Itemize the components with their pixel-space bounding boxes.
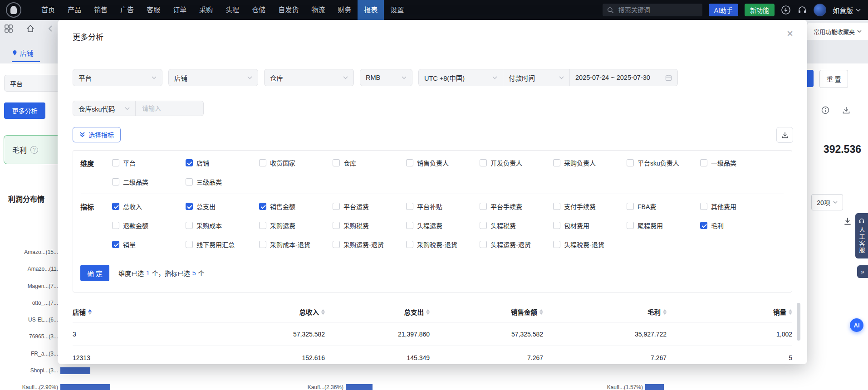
checkbox-checked-icon[interactable]	[259, 203, 266, 210]
checkbox-checked-icon[interactable]	[700, 222, 707, 229]
download-circle-icon[interactable]	[781, 5, 791, 15]
checkbox-item[interactable]: 毛利	[700, 221, 774, 230]
checkbox-icon[interactable]	[627, 222, 634, 229]
store-select[interactable]: 店铺	[168, 69, 258, 86]
nav-item[interactable]: 设置	[384, 0, 410, 20]
checkbox-item[interactable]: 其他费用	[700, 202, 774, 211]
nav-item[interactable]: 报表	[358, 0, 384, 20]
nav-item[interactable]: 订单	[167, 0, 193, 20]
checkbox-icon[interactable]	[700, 159, 707, 166]
checkbox-item[interactable]: 采购负责人	[553, 158, 627, 167]
checkbox-icon[interactable]	[186, 222, 193, 229]
column-header[interactable]: 总收入	[186, 307, 325, 317]
platform-select[interactable]: 平台	[73, 69, 162, 86]
checkbox-item[interactable]: 采购运费-退货	[333, 240, 406, 249]
page-size-select[interactable]: 20项	[811, 194, 843, 210]
nav-item[interactable]: 产品	[61, 0, 88, 20]
nav-item[interactable]: 仓储	[245, 0, 272, 20]
checkbox-item[interactable]: 三级品类	[186, 177, 259, 186]
apps-grid-icon[interactable]	[5, 24, 13, 33]
more-analysis-button[interactable]: 更多分析	[4, 102, 45, 119]
nav-item[interactable]: 物流	[305, 0, 331, 20]
checkbox-icon[interactable]	[112, 178, 119, 185]
checkbox-icon[interactable]	[333, 159, 340, 166]
column-header[interactable]: 总支出	[325, 307, 430, 317]
tab-store[interactable]: 店铺	[12, 44, 34, 62]
checkbox-icon[interactable]	[480, 159, 487, 166]
sort-icon[interactable]	[321, 309, 325, 315]
home-icon[interactable]	[26, 24, 34, 33]
sort-icon[interactable]	[426, 309, 430, 315]
checkbox-icon[interactable]	[186, 241, 193, 248]
checkbox-icon[interactable]	[259, 159, 266, 166]
checkbox-item[interactable]: 平台	[112, 158, 186, 167]
global-search[interactable]	[603, 4, 702, 16]
checkbox-item[interactable]: 采购税费	[333, 221, 406, 230]
confirm-button[interactable]: 确 定	[80, 265, 109, 281]
checkbox-item[interactable]: 头程运费-退货	[480, 240, 553, 249]
checkbox-item[interactable]: 采购成本-退货	[259, 240, 333, 249]
column-header[interactable]: 销量	[667, 307, 792, 317]
checkbox-icon[interactable]	[259, 222, 266, 229]
checkbox-checked-icon[interactable]	[186, 203, 193, 210]
currency-select[interactable]: RMB	[360, 69, 412, 86]
reset-button[interactable]: 重 置	[819, 70, 848, 88]
new-features-button[interactable]: 新功能	[745, 4, 775, 16]
checkbox-item[interactable]: 收货国家	[259, 158, 333, 167]
checkbox-item[interactable]: 平台手续费	[480, 202, 553, 211]
warehouse-select[interactable]: 仓库	[264, 69, 354, 86]
nav-item[interactable]: 首页	[35, 0, 61, 20]
version-switcher[interactable]: 如意版	[833, 5, 861, 15]
checkbox-icon[interactable]	[700, 203, 707, 210]
checkbox-item[interactable]: 退款金额	[112, 221, 186, 230]
select-metrics-button[interactable]: 选择指标	[73, 127, 121, 142]
checkbox-item[interactable]: 总支出	[186, 202, 259, 211]
checkbox-item[interactable]: 平台sku负责人	[627, 158, 700, 167]
nav-item[interactable]: 头程	[219, 0, 245, 20]
checkbox-icon[interactable]	[553, 203, 560, 210]
nav-item[interactable]: 财务	[331, 0, 358, 20]
sku-type-select[interactable]: 仓库sku代码	[73, 101, 135, 116]
nav-item[interactable]: 广告	[114, 0, 140, 20]
live-support-tab[interactable]: 人工客服	[855, 213, 868, 258]
checkbox-item[interactable]: 一级品类	[700, 158, 774, 167]
checkbox-item[interactable]: 开发负责人	[480, 158, 553, 167]
search-input[interactable]	[618, 6, 687, 14]
sort-icon[interactable]	[88, 309, 92, 315]
checkbox-item[interactable]: 采购税费-退货	[406, 240, 480, 249]
checkbox-icon[interactable]	[480, 222, 487, 229]
checkbox-item[interactable]: 销售金额	[259, 202, 333, 211]
checkbox-item[interactable]: 二级品类	[112, 177, 186, 186]
info-circle-icon[interactable]	[821, 106, 829, 114]
checkbox-icon[interactable]	[406, 203, 413, 210]
checkbox-item[interactable]: 包材费用	[553, 221, 627, 230]
checkbox-icon[interactable]	[627, 203, 634, 210]
checkbox-item[interactable]: 平台运费	[333, 202, 406, 211]
checkbox-icon[interactable]	[406, 159, 413, 166]
checkbox-icon[interactable]	[259, 241, 266, 248]
checkbox-icon[interactable]	[112, 222, 119, 229]
nav-item[interactable]: 客服	[140, 0, 167, 20]
checkbox-item[interactable]: FBA费	[627, 202, 700, 211]
app-logo-icon[interactable]	[6, 2, 21, 18]
column-header[interactable]: 店铺	[73, 307, 186, 317]
table-row[interactable]: 12313152.616145.3497.2677.2675	[73, 346, 792, 364]
date-range-picker[interactable]: 2025-07-24 ~ 2025-07-30	[569, 69, 677, 86]
checkbox-item[interactable]: 仓库	[333, 158, 406, 167]
chevron-left-icon[interactable]	[48, 25, 52, 32]
checkbox-item[interactable]: 尾程费用	[627, 221, 700, 230]
bg-platform-filter[interactable]: 平台	[4, 75, 64, 92]
collapse-tab[interactable]: »	[857, 265, 868, 278]
user-avatar[interactable]	[814, 4, 826, 16]
checkbox-icon[interactable]	[480, 203, 487, 210]
nav-item[interactable]: 自发货	[272, 0, 305, 20]
chart-download-icon[interactable]	[843, 217, 852, 226]
checkbox-icon[interactable]	[333, 241, 340, 248]
sort-icon[interactable]	[539, 309, 543, 315]
checkbox-item[interactable]: 线下费用汇总	[186, 240, 259, 249]
checkbox-item[interactable]: 采购运费	[259, 221, 333, 230]
checkbox-checked-icon[interactable]	[112, 203, 119, 210]
checkbox-icon[interactable]	[333, 203, 340, 210]
checkbox-item[interactable]: 销量	[112, 240, 186, 249]
ai-assistant-button[interactable]: AI助手	[709, 4, 738, 16]
